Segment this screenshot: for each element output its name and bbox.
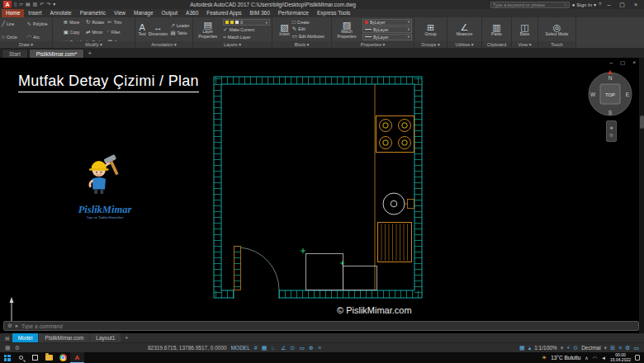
dimension-button[interactable]: ↔Dimension [149, 22, 168, 37]
panel-label-view[interactable]: View ▾ [512, 41, 537, 48]
linetype-select[interactable]: ByLayer▾ [362, 34, 412, 40]
paste-button[interactable]: ▥Paste [491, 22, 502, 37]
fillet-button[interactable]: ◜Fillet [107, 29, 124, 35]
match-properties-button[interactable]: ▨Match Properties [334, 20, 360, 39]
ribbon-tab-view[interactable]: View [110, 9, 130, 17]
isolate-objects-icon[interactable]: ⊙ [573, 343, 578, 353]
workspace-icon[interactable]: ⚙ [15, 343, 20, 353]
annotation-visibility-icon[interactable]: ▦ [519, 343, 525, 353]
signin-button[interactable]: ● Sign In ▾ [572, 2, 596, 7]
close-button[interactable]: × [631, 0, 641, 9]
autocad-app-button[interactable]: A [3, 1, 12, 8]
drawing-canvas[interactable]: Mutfak Detay Çizimi / Plan PislikMi [0, 58, 644, 333]
chrome-button[interactable] [56, 352, 70, 363]
layout-list-icon[interactable]: ▤ [3, 335, 12, 341]
ortho-toggle-icon[interactable]: ∟ [271, 343, 277, 353]
taskbar-search-button[interactable] [14, 352, 28, 363]
line-button[interactable]: ╱Line [2, 21, 26, 27]
group-button[interactable]: ⊞Group [425, 22, 437, 37]
object-color-select[interactable]: ByLayer▾ [362, 19, 412, 26]
command-input[interactable] [21, 323, 635, 329]
dynamic-input-toggle-icon[interactable]: ≡ [318, 343, 321, 353]
tab-model[interactable]: Model [12, 333, 39, 342]
circle-button[interactable]: ○Circle [2, 34, 26, 40]
ribbon-tab-performance[interactable]: Performance [274, 9, 313, 17]
file-tab-drawing[interactable]: PislikMimar.com* [29, 49, 84, 58]
match-layer-button[interactable]: ≈Match Layer [223, 34, 270, 40]
titlebar-search[interactable]: ○ [490, 2, 570, 8]
ribbon-tab-parametric[interactable]: Parametric [76, 9, 110, 17]
navigation-bar[interactable]: ✥ ◎ [606, 120, 617, 142]
customization-menu-icon[interactable]: ≡ [618, 343, 622, 353]
panel-label-touch[interactable]: Touch [538, 41, 575, 48]
tracking-toggle-icon[interactable]: ⊕ [309, 343, 314, 353]
autocad-taskbar-button[interactable]: A [70, 352, 84, 363]
insert-block-button[interactable]: ▧Insert [279, 22, 290, 37]
clean-screen-icon[interactable]: ▭ [633, 343, 639, 353]
lineweight-toggle-icon[interactable]: ▭ [299, 343, 305, 353]
file-explorer-button[interactable] [42, 352, 56, 363]
ribbon-tab-insert[interactable]: Insert [24, 9, 45, 17]
copy-button[interactable]: ▣Copy [64, 29, 83, 35]
undo-icon[interactable]: ↶ [40, 0, 44, 9]
quick-access-caret-icon[interactable]: ▾ [53, 0, 55, 9]
model-space-toggle[interactable]: MODEL [231, 345, 250, 351]
scale-display[interactable]: 1:1/100% [534, 345, 556, 351]
ribbon-tab-a360[interactable]: A360 [182, 9, 202, 17]
measure-button[interactable]: ∠Measure [457, 22, 472, 37]
new-file-icon[interactable]: ▯ [14, 0, 17, 9]
layer-select[interactable]: 0 ▾ [223, 19, 270, 26]
ribbon-tab-bim360[interactable]: BIM 360 [246, 9, 274, 17]
volume-icon[interactable]: ◄ [601, 356, 606, 361]
trim-button[interactable]: ✂Trim [107, 19, 124, 26]
ribbon-tab-featured-apps[interactable]: Featured Apps [202, 9, 245, 17]
panel-label-block[interactable]: Block ▾ [272, 41, 331, 48]
panel-label-utilities[interactable]: Utilities ▾ [447, 41, 481, 48]
panel-label-groups[interactable]: Groups ▾ [414, 41, 447, 48]
ribbon-tab-manage[interactable]: Manage [130, 9, 158, 17]
move-button[interactable]: ⊕Move [64, 19, 83, 26]
command-bar[interactable]: ⚙ ▸ [3, 321, 639, 331]
tab-layout-drawing[interactable]: PislikMimar.com [39, 333, 89, 342]
zoom-icon[interactable]: ◎ [609, 132, 613, 137]
grid-toggle-icon[interactable]: # [254, 343, 258, 353]
canvas-restore-icon[interactable]: ▢ [620, 59, 625, 66]
units-caret-icon[interactable]: ▾ [604, 343, 608, 353]
tray-expand-icon[interactable]: ∧ [585, 355, 588, 361]
panel-label-properties[interactable]: Properties ▾ [332, 41, 414, 48]
table-button[interactable]: ▤Table [170, 30, 189, 36]
osnap-toggle-icon[interactable]: ⊙ [291, 343, 296, 353]
rotate-button[interactable]: ↻Rotate [86, 19, 104, 26]
panel-label-draw[interactable]: Draw ▾ [0, 41, 52, 48]
add-layout-button[interactable]: + [121, 335, 131, 341]
scrollbar-thumb[interactable] [640, 116, 644, 129]
ribbon-tab-express-tools[interactable]: Express Tools [313, 9, 354, 17]
panel-label-layers[interactable]: Layers ▾ [193, 41, 272, 48]
help-icon[interactable]: ? [599, 0, 601, 9]
select-mode-button[interactable]: ◎Select Mode [546, 22, 569, 37]
file-tab-start[interactable]: Start [2, 49, 28, 58]
text-button[interactable]: AText [139, 22, 146, 37]
notification-center-button[interactable] [635, 355, 640, 361]
autoscale-icon[interactable]: ▴ [528, 343, 532, 353]
new-drawing-tab-button[interactable]: + [85, 49, 94, 58]
ribbon-tab-annotate[interactable]: Annotate [46, 9, 76, 17]
make-current-button[interactable]: ✓Make Current [223, 26, 270, 33]
edit-attributes-button[interactable]: ▭Edit Attributes [292, 33, 324, 40]
network-icon[interactable]: ◠ [593, 355, 597, 361]
canvas-close-icon[interactable]: × [632, 59, 636, 66]
lineweight-select[interactable]: ByLayer▾ [362, 26, 412, 33]
units-display[interactable]: Decimal [581, 345, 600, 351]
leader-button[interactable]: ↗Leader [170, 22, 189, 29]
search-input[interactable] [493, 2, 562, 7]
plot-icon[interactable]: ▥ [33, 0, 38, 9]
pan-icon[interactable]: ✥ [609, 125, 613, 130]
arc-button[interactable]: ◠Arc [27, 34, 51, 40]
ribbon-tab-output[interactable]: Output [158, 9, 182, 17]
restore-button[interactable]: ▢ [616, 0, 628, 9]
canvas-minimize-icon[interactable]: – [609, 59, 613, 66]
edit-block-button[interactable]: ✎Edit [292, 26, 324, 32]
panel-label-clipboard[interactable]: Clipboard [482, 41, 511, 48]
customize-icon[interactable]: ⚙ [7, 323, 12, 329]
search-icon[interactable]: ○ [564, 2, 567, 7]
